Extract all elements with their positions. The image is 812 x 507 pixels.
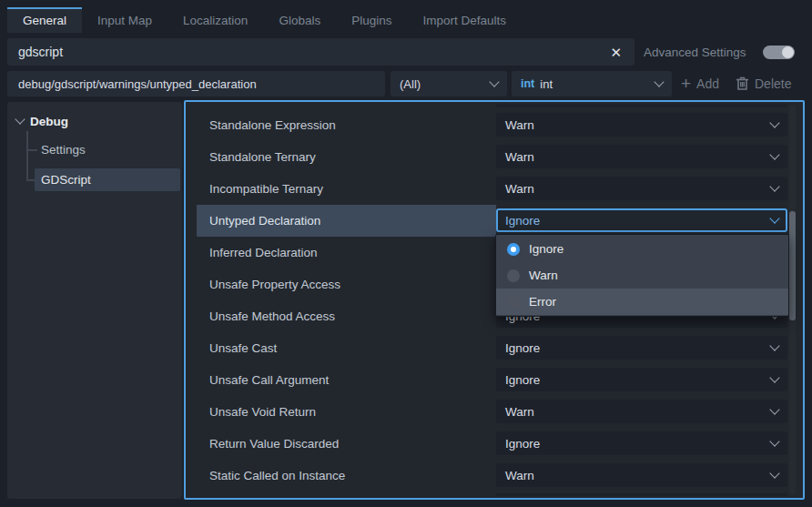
- tab-import-defaults[interactable]: Import Defaults: [407, 7, 522, 33]
- setting-label: Standalone Ternary: [197, 141, 496, 173]
- setting-row: Unsafe Void ReturnWarn: [186, 396, 803, 428]
- setting-value: Ignore: [505, 214, 771, 228]
- setting-label: Unsafe Void Return: [197, 396, 496, 428]
- property-path-text: debug/gdscript/warnings/untyped_declarat…: [18, 77, 257, 91]
- setting-row: Static Called on InstanceWarn: [186, 460, 803, 492]
- plus-icon: +: [681, 75, 691, 92]
- setting-row: Standalone ExpressionWarn: [186, 109, 803, 141]
- setting-label: Inferred Declaration: [197, 237, 496, 269]
- setting-value: Warn: [505, 405, 771, 419]
- setting-label: Unsafe Cast: [197, 332, 496, 364]
- tree-item-gdscript[interactable]: GDScript: [35, 168, 180, 191]
- partial-row-dropdown: [496, 493, 787, 496]
- type-dropdown[interactable]: int int: [512, 71, 672, 96]
- setting-label: Untyped Declaration: [197, 205, 496, 237]
- toggle-knob: [782, 46, 794, 58]
- settings-tab-bar: GeneralInput MapLocalizationGlobalsPlugi…: [7, 7, 522, 33]
- trash-icon: [736, 76, 749, 91]
- setting-value-dropdown[interactable]: Ignore: [496, 431, 787, 455]
- setting-label: Return Value Discarded: [197, 428, 496, 460]
- popup-option-ignore[interactable]: Ignore: [496, 236, 788, 262]
- chevron-down-icon: [769, 372, 779, 382]
- tab-localization[interactable]: Localization: [167, 7, 263, 33]
- setting-row: Return Value DiscardedIgnore: [186, 428, 803, 460]
- feature-filter-dropdown[interactable]: (All): [391, 71, 507, 96]
- setting-value: Ignore: [505, 341, 771, 355]
- popup-option-warn[interactable]: Warn: [496, 262, 788, 289]
- popup-option-label: Ignore: [529, 242, 563, 256]
- setting-value: Ignore: [505, 437, 771, 451]
- tab-general[interactable]: General: [7, 7, 82, 33]
- search-input[interactable]: [16, 44, 606, 60]
- setting-value-dropdown[interactable]: Warn: [496, 145, 787, 168]
- setting-label: Incompatible Ternary: [197, 173, 496, 205]
- radio-icon: [507, 296, 520, 309]
- advanced-settings-label: Advanced Settings: [644, 38, 746, 66]
- setting-row: Untyped DeclarationIgnore: [186, 205, 803, 237]
- popup-option-label: Warn: [529, 269, 558, 282]
- setting-value-dropdown[interactable]: Warn: [496, 177, 787, 200]
- tree-item-debug[interactable]: Debug: [16, 111, 68, 131]
- add-property-button[interactable]: + Add: [681, 71, 719, 96]
- partial-row-dropdown: [496, 104, 787, 107]
- popup-option-label: Error: [529, 295, 556, 309]
- setting-value: Ignore: [505, 373, 771, 387]
- warning-level-popup: IgnoreWarnError: [495, 234, 789, 317]
- chevron-down-icon: [769, 181, 779, 191]
- search-field[interactable]: ✕: [7, 38, 634, 66]
- tree-item-settings[interactable]: Settings: [35, 138, 180, 161]
- chevron-down-icon: [654, 76, 664, 86]
- chevron-down-icon: [769, 436, 779, 446]
- setting-value-dropdown[interactable]: Warn: [496, 400, 787, 423]
- setting-row: Incompatible TernaryWarn: [186, 173, 803, 205]
- advanced-settings-toggle[interactable]: [763, 46, 795, 59]
- setting-label: Unsafe Call Argument: [197, 364, 496, 396]
- setting-value: Warn: [505, 469, 771, 482]
- setting-value-dropdown[interactable]: Warn: [496, 463, 787, 487]
- tab-globals[interactable]: Globals: [263, 7, 336, 33]
- type-value: int: [540, 77, 553, 91]
- setting-label: Unsafe Property Access: [197, 269, 496, 300]
- chevron-down-icon: [769, 404, 779, 414]
- delete-property-button[interactable]: Delete: [736, 71, 791, 96]
- radio-icon: [507, 269, 520, 282]
- scrollbar-thumb[interactable]: [789, 211, 796, 320]
- setting-label: Unsafe Method Access: [197, 300, 496, 332]
- setting-label: Static Called on Instance: [197, 460, 496, 492]
- setting-value: Warn: [505, 150, 771, 164]
- tab-input-map[interactable]: Input Map: [82, 7, 167, 33]
- chevron-down-icon: [769, 340, 779, 350]
- tab-plugins[interactable]: Plugins: [336, 7, 407, 33]
- tree-root-label: Debug: [30, 115, 68, 128]
- int-type-icon: int: [521, 77, 534, 90]
- property-path-field[interactable]: debug/gdscript/warnings/untyped_declarat…: [7, 71, 385, 96]
- feature-filter-value: (All): [400, 77, 421, 91]
- radio-selected-icon: [507, 243, 520, 256]
- setting-row: Unsafe Call ArgumentIgnore: [186, 364, 803, 396]
- setting-value-dropdown[interactable]: Warn: [496, 113, 787, 137]
- setting-row: Unsafe CastIgnore: [186, 332, 803, 364]
- add-button-label: Add: [696, 76, 719, 91]
- chevron-down-icon: [769, 213, 779, 223]
- setting-row: Standalone TernaryWarn: [186, 141, 803, 173]
- setting-value: Warn: [505, 118, 771, 132]
- delete-button-label: Delete: [755, 76, 791, 91]
- chevron-down-icon: [769, 468, 779, 478]
- tree-guide-line: [26, 131, 28, 181]
- editor-settings-window: GeneralInput MapLocalizationGlobalsPlugi…: [0, 0, 812, 507]
- chevron-down-icon: [769, 117, 779, 127]
- clear-search-icon[interactable]: ✕: [606, 44, 625, 61]
- setting-value-dropdown[interactable]: Ignore: [496, 208, 787, 232]
- chevron-down-icon: [15, 114, 25, 124]
- setting-value: Warn: [505, 182, 771, 196]
- setting-value-dropdown[interactable]: Ignore: [496, 368, 787, 391]
- settings-section-tree: Debug SettingsGDScript: [7, 102, 182, 499]
- setting-value-dropdown[interactable]: Ignore: [496, 336, 787, 360]
- setting-label: Standalone Expression: [197, 109, 496, 141]
- chevron-down-icon: [769, 149, 779, 159]
- chevron-down-icon: [489, 76, 499, 86]
- popup-option-error[interactable]: Error: [496, 289, 788, 315]
